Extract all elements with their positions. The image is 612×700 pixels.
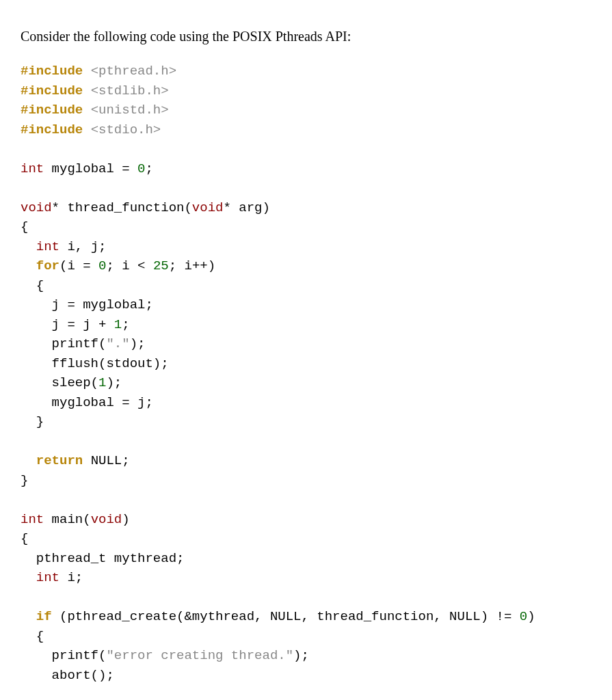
indent	[21, 336, 52, 351]
indent	[21, 551, 36, 566]
for-part: (i =	[59, 258, 98, 273]
star: *	[223, 200, 230, 215]
pthread-decl: pthread_t mythread;	[36, 551, 185, 566]
star: *	[52, 200, 59, 215]
header-pthread: <pthread.h>	[91, 64, 176, 79]
brace: {	[36, 278, 44, 293]
indent	[21, 668, 52, 683]
main-name: main(	[44, 512, 90, 527]
type-int: int	[36, 239, 59, 254]
indent	[21, 258, 36, 273]
num-one: 1	[114, 317, 122, 332]
kw-include: #include	[21, 64, 83, 79]
indent	[21, 453, 36, 468]
num-25: 25	[153, 258, 169, 273]
myglobal-assign: myglobal = j;	[52, 395, 153, 410]
num-zero: 0	[98, 258, 106, 273]
kw-include: #include	[21, 122, 83, 137]
sleep: sleep(	[52, 375, 98, 390]
indent	[21, 356, 52, 371]
i-decl: i;	[59, 570, 83, 585]
indent	[21, 395, 52, 410]
brace: {	[21, 219, 28, 234]
stmt-j2: j = j +	[52, 317, 114, 332]
close-paren: );	[293, 648, 309, 663]
ij-decl: i, j;	[59, 239, 106, 254]
stmt-j2b: ;	[122, 317, 129, 332]
stmt-j1: j = myglobal;	[52, 297, 153, 312]
num-zero: 0	[137, 161, 145, 176]
kw-include: #include	[21, 103, 83, 118]
type-int: int	[21, 161, 44, 176]
printf: printf(	[52, 648, 107, 663]
indent	[21, 609, 36, 624]
for-part: ; i <	[106, 258, 152, 273]
str-dot: "."	[106, 336, 129, 351]
brace: }	[21, 473, 28, 488]
indent	[21, 414, 36, 429]
indent	[21, 570, 36, 585]
kw-for: for	[36, 258, 59, 273]
sleep-b: );	[106, 375, 122, 390]
close-paren: );	[130, 336, 146, 351]
indent	[21, 648, 52, 663]
type-void: void	[21, 200, 52, 215]
kw-return: return	[36, 453, 83, 468]
if-cond: (pthread_create(&mythread, NULL, thread_…	[52, 609, 520, 624]
type-void: void	[91, 512, 122, 527]
kw-include: #include	[21, 83, 83, 98]
rparen: )	[122, 512, 129, 527]
indent	[21, 629, 36, 644]
type-void: void	[192, 200, 224, 215]
null: NULL;	[83, 453, 129, 468]
num-zero: 0	[520, 609, 527, 624]
printf: printf(	[52, 336, 107, 351]
semi: ;	[145, 161, 152, 176]
brace: }	[36, 414, 44, 429]
brace: {	[21, 531, 28, 546]
brace: {	[36, 629, 44, 644]
header-stdlib: <stdlib.h>	[91, 83, 169, 98]
intro-text: Consider the following code using the PO…	[21, 27, 591, 45]
if-end: )	[527, 609, 535, 624]
fn-name: thread_function(	[59, 200, 192, 215]
fflush: fflush(stdout);	[52, 356, 169, 371]
header-stdio: <stdio.h>	[91, 122, 161, 137]
code-block: #include <pthread.h> #include <stdlib.h>…	[21, 62, 591, 685]
kw-if: if	[36, 609, 52, 624]
indent	[21, 317, 52, 332]
indent	[21, 239, 36, 254]
for-part: ; i++)	[169, 258, 215, 273]
header-unistd: <unistd.h>	[91, 103, 169, 118]
type-int: int	[21, 512, 44, 527]
indent	[21, 375, 52, 390]
global-decl: myglobal =	[44, 161, 137, 176]
indent	[21, 297, 52, 312]
type-int: int	[36, 570, 59, 585]
fn-arg: arg)	[231, 200, 270, 215]
abort: abort();	[52, 668, 114, 683]
str-err: "error creating thread."	[106, 648, 293, 663]
indent	[21, 278, 36, 293]
num-one: 1	[98, 375, 106, 390]
